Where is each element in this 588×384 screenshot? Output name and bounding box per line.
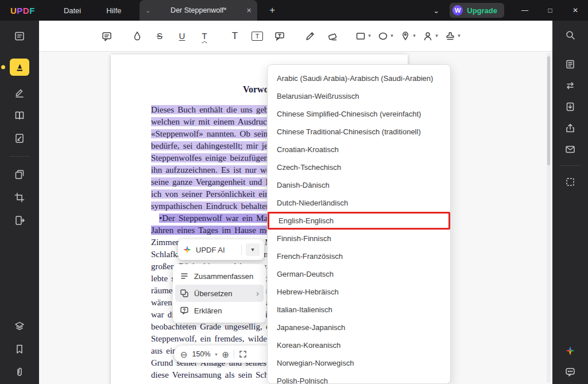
pencil-tool-button[interactable] (300, 26, 320, 46)
new-tab-button[interactable]: + (265, 5, 279, 16)
pin-caret-icon[interactable]: ▾ (413, 33, 416, 38)
ai-toolbar-divider (241, 245, 242, 255)
snapshot-button[interactable] (560, 173, 580, 191)
signature-caret-icon[interactable]: ▾ (435, 33, 438, 38)
attachment-button[interactable] (10, 363, 29, 381)
sidebar-read-tool[interactable] (10, 107, 29, 124)
zoom-out-button[interactable]: ⊖ (180, 350, 188, 359)
language-option[interactable]: Japanese-Japanisch (268, 319, 450, 336)
menu-hilfe[interactable]: Hilfe (102, 4, 126, 17)
sidebar-extract-tool[interactable] (10, 212, 29, 229)
squiggly-tool-button[interactable]: T (194, 26, 215, 46)
language-option[interactable]: Danish-Dänisch (268, 176, 450, 194)
eraser-icon (327, 30, 338, 42)
sidebar-organize-tool[interactable] (10, 166, 29, 183)
callout-icon (274, 30, 285, 42)
menu-item-translate[interactable]: Übersetzen › (175, 285, 264, 302)
ai-sparkle-icon (565, 346, 575, 356)
language-option[interactable]: Dutch-Niederländisch (268, 194, 450, 212)
sidebar-divider (9, 156, 30, 157)
stamp-caret-icon[interactable]: ▾ (458, 33, 461, 38)
mail-button[interactable] (560, 141, 580, 158)
language-option[interactable]: Italian-Italienisch (268, 301, 450, 319)
language-option-label: Belarusian-Weißrussisch (277, 92, 359, 100)
tab-chevron-down-icon[interactable]: ⌄ (145, 7, 150, 14)
upgrade-button[interactable]: W Upgrade (450, 3, 504, 18)
stamp-button[interactable]: ▾ (442, 26, 463, 46)
menu-datei[interactable]: Datei (59, 4, 86, 17)
language-dropdown: Arabic (Saudi Arabia)-Arabisch (Saudi-Ar… (267, 64, 451, 384)
vertical-scrollbar[interactable] (547, 53, 551, 383)
ai-dropdown-button[interactable]: ▾ (246, 243, 260, 256)
language-option[interactable]: Norwegian-Norwegisch (268, 354, 450, 372)
sidebar-view-tool[interactable] (10, 28, 29, 45)
strikeout-tool-button[interactable]: S (149, 26, 170, 46)
text-box-button[interactable]: T (247, 26, 268, 46)
pin-button[interactable]: ▾ (397, 26, 418, 46)
updf-ai-button[interactable] (560, 342, 580, 359)
document-tab[interactable]: ⌄ Der Steppenwolf* ✕ (140, 0, 257, 21)
eraser-tool-button[interactable] (322, 26, 343, 46)
rectangle-caret-icon[interactable]: ▾ (368, 33, 371, 38)
language-option-label: Italian-Italienisch (277, 305, 332, 314)
sidebar-crop-tool[interactable] (10, 189, 29, 206)
highlight-tool-button[interactable] (127, 26, 148, 46)
language-option[interactable]: Finnish-Finnisch (268, 230, 450, 247)
updf-ai-toolbar[interactable]: UPDF AI ▾ (178, 239, 264, 260)
language-option[interactable]: Belarusian-Weißrussisch (268, 87, 450, 105)
strikethrough-icon: S (157, 32, 163, 40)
sidebar-comment-tool[interactable] (10, 59, 29, 76)
language-option[interactable]: Arabic (Saudi Arabia)-Arabisch (Saudi-Ar… (268, 69, 450, 87)
language-option[interactable]: Chinese Simplified-Chinesisch (vereinfac… (268, 105, 450, 123)
comment-icon (101, 30, 113, 42)
language-option[interactable]: Hebrew-Hebräisch (268, 283, 450, 301)
bookmark-button[interactable] (10, 340, 29, 358)
toolbar-collapse-chevron-icon[interactable]: ⌄ (427, 6, 445, 15)
ai-sparkle-icon (183, 245, 192, 254)
language-option[interactable]: German-Deutsch (268, 265, 450, 283)
ellipse-icon (377, 30, 389, 42)
callout-button[interactable] (269, 26, 290, 46)
language-option-label: Danish-Dänisch (277, 181, 330, 189)
ocr-button[interactable] (560, 56, 580, 73)
rectangle-icon (355, 30, 366, 42)
feedback-button[interactable] (560, 363, 580, 381)
language-option[interactable]: Croatian-Kroatisch (268, 141, 450, 158)
export-button[interactable] (560, 98, 580, 115)
menu-item-label: Zusammenfassen (194, 272, 253, 281)
comment-tool-button[interactable] (96, 26, 117, 46)
search-button[interactable] (560, 26, 580, 44)
share-button[interactable] (560, 119, 580, 137)
zoom-in-button[interactable]: ⊕ (222, 350, 230, 359)
maximize-button[interactable]: □ (537, 0, 563, 21)
underline-tool-button[interactable]: U (172, 26, 192, 46)
underline-icon: U (179, 32, 185, 40)
language-option[interactable]: Polish-Polnisch (268, 372, 450, 384)
crop-icon (14, 192, 25, 203)
language-option[interactable]: Korean-Koreanisch (268, 336, 450, 354)
minimize-button[interactable]: — (512, 0, 537, 21)
signature-button[interactable]: ▾ (420, 26, 440, 46)
close-button[interactable]: ✕ (563, 0, 588, 21)
layers-button[interactable] (10, 317, 29, 335)
language-option[interactable]: French-Französisch (268, 247, 450, 265)
add-text-button[interactable]: T (225, 26, 245, 46)
language-option[interactable]: Czech-Tschechisch (268, 158, 450, 176)
language-option[interactable]: English-Englisch (268, 212, 450, 230)
menu-item-explain[interactable]: Erklären (175, 302, 264, 319)
language-option-label: Chinese Simplified-Chinesisch (vereinfac… (277, 110, 421, 118)
sidebar-form-tool[interactable] (10, 130, 29, 147)
submenu-chevron-icon: › (256, 289, 259, 297)
ellipse-caret-icon[interactable]: ▾ (390, 33, 393, 38)
convert-button[interactable] (560, 77, 580, 94)
sidebar-edit-tool[interactable] (10, 84, 29, 101)
upgrade-label: Upgrade (467, 6, 497, 15)
language-option[interactable]: Chinese Traditional-Chinesisch (traditio… (268, 123, 450, 141)
zoom-caret-icon[interactable]: ▾ (215, 352, 218, 357)
scrollbar-thumb[interactable] (547, 56, 550, 165)
menu-item-summarize[interactable]: Zusammenfassen (175, 267, 264, 285)
tab-close-icon[interactable]: ✕ (246, 7, 252, 14)
ellipse-shape-button[interactable]: ▾ (375, 26, 396, 46)
rectangle-shape-button[interactable]: ▾ (353, 26, 373, 46)
fit-page-icon[interactable] (239, 350, 247, 358)
